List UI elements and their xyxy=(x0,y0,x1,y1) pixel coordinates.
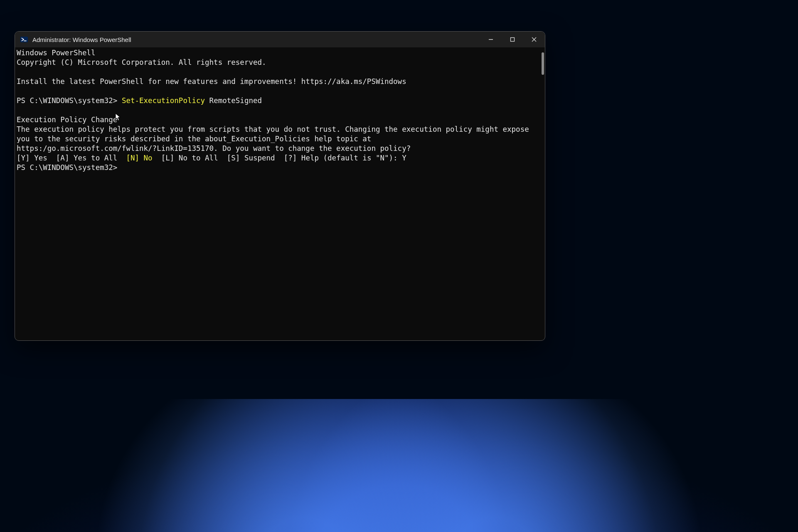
scrollbar-thumb[interactable] xyxy=(542,52,544,75)
command-argument: RemoteSigned xyxy=(209,96,262,105)
powershell-icon xyxy=(20,35,28,44)
console-text-line: Windows PowerShell xyxy=(17,49,96,57)
powershell-window: Administrator: Windows PowerShell Window… xyxy=(15,31,545,341)
default-choice: [N] No xyxy=(126,154,152,162)
svg-rect-3 xyxy=(511,38,515,42)
choice-options: [L] No to All [S] Suspend [?] Help (defa… xyxy=(153,154,406,162)
command-text: Set-ExecutionPolicy xyxy=(122,96,209,105)
prompt: PS C:\WINDOWS\system32> xyxy=(17,96,122,105)
prompt: PS C:\WINDOWS\system32> xyxy=(17,163,117,172)
console-area[interactable]: Windows PowerShell Copyright (C) Microso… xyxy=(15,47,545,340)
console-text-line: Copyright (C) Microsoft Corporation. All… xyxy=(17,58,266,66)
window-titlebar[interactable]: Administrator: Windows PowerShell xyxy=(15,32,545,47)
maximize-button[interactable] xyxy=(502,32,523,47)
close-button[interactable] xyxy=(523,32,545,47)
policy-change-body: The execution policy helps protect you f… xyxy=(17,125,529,153)
desktop-background-bloom xyxy=(0,399,798,532)
console-text-line: Install the latest PowerShell for new fe… xyxy=(17,77,406,86)
policy-change-header: Execution Policy Change xyxy=(17,116,117,124)
window-title: Administrator: Windows PowerShell xyxy=(32,36,480,43)
choice-options: [Y] Yes [A] Yes to All xyxy=(17,154,126,162)
minimize-button[interactable] xyxy=(480,32,502,47)
